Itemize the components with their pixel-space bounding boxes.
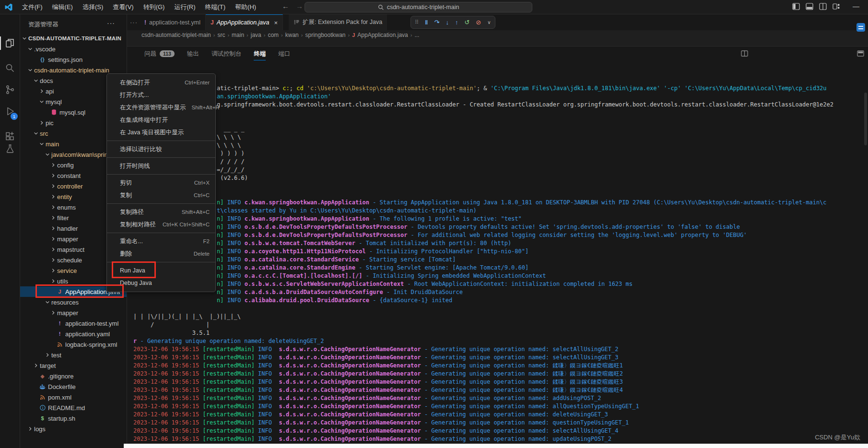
disconnect-icon[interactable]: ⊘ [476,19,481,26]
menu-帮助(H)[interactable]: 帮助(H) [231,1,260,13]
panel-tab-问题[interactable]: 问题113 [144,47,175,61]
menu-终端(T)[interactable]: 终端(T) [200,1,230,13]
context-menu-item-在集成终端中打开[interactable]: 在集成终端中打开 [107,114,215,126]
grip-icon[interactable]: ⠿ [415,19,419,25]
menu-选择(S)[interactable]: 选择(S) [78,1,107,13]
explorer-more-actions-icon[interactable]: ··· [107,19,115,27]
step-out-icon[interactable]: ↑ [455,19,458,26]
split-terminal-icon[interactable] [741,50,748,57]
tab-AppApplication.java[interactable]: J AppApplication.java × [206,14,283,30]
tree-item-Dockerfile[interactable]: Dockerfile [20,381,127,392]
toggle-sidebar-icon[interactable] [792,3,800,10]
breadcrumb-item[interactable]: src [217,32,225,38]
menu-转到(G)[interactable]: 转到(G) [139,1,169,13]
context-menu-item-打开方式...[interactable]: 打开方式... [107,89,215,101]
minimize-button[interactable]: — [853,2,859,10]
toggle-panel-icon[interactable] [806,3,813,10]
tab-application-test.yml[interactable]: ! application-test.yml [140,14,206,30]
close-icon[interactable]: × [274,19,278,26]
title-bar: 文件(F)编辑(E)选择(S)查看(V)转到(G)运行(R)终端(T)帮助(H)… [0,0,868,14]
terminal-line [133,76,866,84]
testing-flask-icon[interactable] [4,143,16,154]
context-menu-item-剪切[interactable]: 剪切Ctrl+X [107,177,215,189]
terminal-line: n] INFO o.a.coyote.http11.Http11NioProto… [133,248,866,256]
panel-tab-调试控制台[interactable]: 调试控制台 [211,47,242,61]
context-menu-item-重命名...[interactable]: 重命名...F2 [107,235,215,248]
context-menu-item-删除[interactable]: 删除Delete [107,248,215,260]
context-menu-item-在文件资源管理器中显示[interactable]: 在文件资源管理器中显示Shift+Alt+R [107,101,215,114]
tree-item-logs[interactable]: logs [20,424,127,434]
panel-tab-输出[interactable]: 输出 [187,47,199,61]
context-menu-item-选择以进行比较[interactable]: 选择以进行比较 [107,143,215,155]
context-menu-item-在 Java 项目视图中显示[interactable]: 在 Java 项目视图中显示 [107,126,215,139]
panel-tab-端口[interactable]: 端口 [278,47,290,61]
tree-item-.vscode[interactable]: .vscode [20,44,127,54]
editor-corner-badge[interactable] [856,23,865,32]
tree-item-mapper[interactable]: mapper [20,307,127,318]
terminal-line: n] INFO o.a.catalina.core.StandardServic… [133,256,866,264]
chevron-right-icon [49,214,57,222]
menu-编辑(E)[interactable]: 编辑(E) [48,1,77,13]
search-icon[interactable] [4,62,16,74]
breadcrumb-item[interactable]: com [268,32,279,38]
tree-item-target[interactable]: target [20,360,127,371]
customize-layout-icon[interactable] [833,3,840,10]
menu-运行(R)[interactable]: 运行(R) [170,1,199,13]
tree-item-logback-spring.xml[interactable]: logback-spring.xml [20,339,127,350]
tree-item-settings.json[interactable]: {}settings.json [20,54,127,65]
terminal-line: 2023-12-06 19:56:15 [restartedMain] INFO… [133,402,866,411]
context-menu-item-复制路径[interactable]: 复制路径Shift+Alt+C [107,206,215,218]
java-icon: J [352,32,355,38]
breadcrumb-item[interactable]: springbootkwan [305,32,345,38]
search-icon [378,4,384,11]
tree-item-CSDN-AUTOMATIC-TRIPLET-MAIN[interactable]: CSDN-AUTOMATIC-TRIPLET-MAIN [20,33,127,44]
breadcrumb-item[interactable]: ... [414,32,419,38]
terminal-scrollbar[interactable] [864,93,867,145]
forward-arrow-icon[interactable]: → [296,2,303,10]
step-into-icon[interactable]: ↓ [446,19,449,26]
activity-bar: 1 [0,14,20,448]
tree-item-README.md[interactable]: README.md [20,402,127,413]
source-control-icon[interactable] [4,84,16,95]
tree-item-startup.sh[interactable]: $startup.sh [20,413,127,424]
tree-item-pom.xml[interactable]: pom.xml [20,392,127,402]
breadcrumb-item[interactable]: kwan [285,32,299,38]
pause-icon[interactable]: Ⅱ [425,19,428,26]
panel-tab-终端[interactable]: 终端 [254,47,266,61]
breadcrumb-item[interactable]: main [232,32,244,38]
step-over-icon[interactable]: ↷ [434,19,439,26]
context-menu-item-复制相对路径[interactable]: 复制相对路径Ctrl+K Ctrl+Shift+C [107,218,215,231]
breadcrumb-item[interactable]: AppApplication.java [357,32,408,38]
java-icon: J [211,19,214,26]
menu-文件(F)[interactable]: 文件(F) [18,1,47,13]
terminal-line: =/_/_/_/ [133,166,866,174]
tree-item-application-test.yml[interactable]: !application-test.yml [20,318,127,329]
context-menu-item-打开时间线[interactable]: 打开时间线 [107,160,215,172]
readme-info-icon [39,404,46,412]
back-arrow-icon[interactable]: ← [282,2,289,10]
explorer-icon[interactable] [4,37,16,49]
tree-item-test[interactable]: test [20,350,127,360]
command-center-search[interactable]: csdn-automatic-triplet-main [305,2,532,12]
terminal-line: n] INFO c.kwan.springbootkwan.AppApplica… [133,199,866,207]
split-editor-icon[interactable] [819,3,827,10]
menu-查看(V)[interactable]: 查看(V) [108,1,138,13]
restart-icon[interactable]: ↺ [464,19,469,26]
breadcrumb-item[interactable]: java [251,32,261,38]
tab-extension-pack[interactable]: 扩展: Extension Pack for Java [289,14,387,30]
chevron-down-icon [26,45,34,53]
breadcrumb-item[interactable]: csdn-automatic-triplet-main [141,32,211,38]
chevron-down-icon[interactable]: ∨ [487,20,491,25]
terminal-output[interactable]: atic-triplet-main> c:; cd 'c:\Users\Yu\D… [133,76,866,448]
extensions-icon[interactable] [4,130,16,142]
terminal-line: 2023-12-06 19:56:15 [restartedMain] INFO… [133,378,866,386]
context-menu-item-复制[interactable]: 复制Ctrl+C [107,189,215,201]
context-menu-item-在侧边打开[interactable]: 在侧边打开Ctrl+Enter [107,76,215,89]
xml-feed-icon [39,393,46,401]
tree-item-application.yaml[interactable]: !application.yaml [20,329,127,339]
tree-item-.gitignore[interactable]: ◆.gitignore [20,371,127,381]
terminal-line: 2023-12-06 19:56:15 [restartedMain] INFO… [133,419,866,427]
tab-overflow-icon[interactable]: ··· [127,19,140,26]
tree-item-resources[interactable]: resources [20,297,127,307]
panel-maximize-icon[interactable] [857,50,864,57]
